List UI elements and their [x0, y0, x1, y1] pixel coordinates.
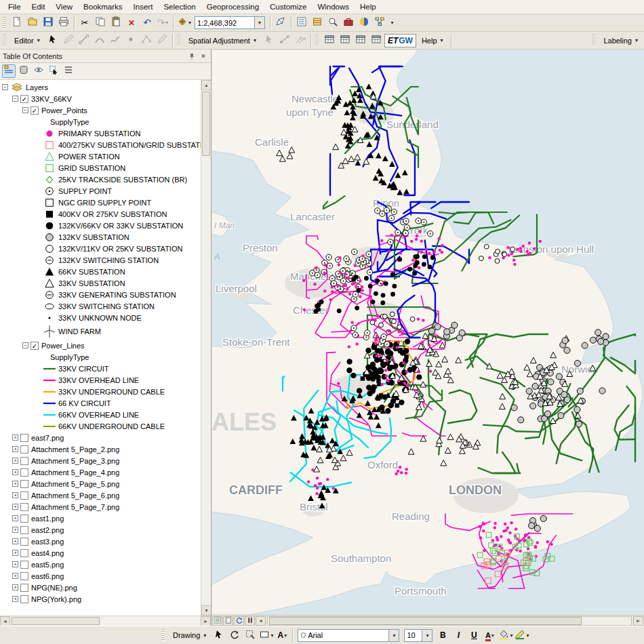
tree-expander-icon[interactable]: +	[12, 446, 18, 452]
scroll-left-icon[interactable]: ◄	[256, 616, 266, 626]
attribute-table-2-button[interactable]	[338, 33, 353, 48]
layer-checkbox[interactable]	[20, 561, 28, 569]
legend-symbol-tri_black[interactable]	[43, 267, 56, 277]
delete-button[interactable]: ✕	[124, 16, 139, 31]
layer-checkbox[interactable]: ✓	[20, 95, 28, 103]
layer-label[interactable]: Attachment 5_Page_2.png	[31, 445, 119, 454]
legend-label[interactable]: 400/275KV SUBSTATION/GRID SUBSTATION	[58, 141, 201, 149]
legend-line-symbol[interactable]	[43, 377, 56, 384]
tree-expander-icon[interactable]: +	[12, 550, 18, 556]
layer-raster-row[interactable]: +Attachment 5_Page_6.png	[0, 489, 201, 501]
layer-label[interactable]: east6.png	[31, 572, 64, 580]
map-canvas[interactable]: Newcastleupon TyneSunderlandCarlisleRipo…	[212, 49, 643, 615]
line-color-button[interactable]: ▾	[514, 628, 529, 643]
sc[interactable]: ▼	[201, 605, 211, 616]
legend-item-row[interactable]: 132KV/66KV OR 33KV SUBSTATION	[0, 220, 201, 231]
legend-item-row[interactable]: 400/275KV SUBSTATION/GRID SUBSTATION	[0, 139, 201, 150]
legend-field-row[interactable]: SupplyType	[0, 116, 201, 127]
tree-expander-icon[interactable]: +	[12, 561, 18, 567]
legend-item-row[interactable]: NGC GRID SUPPLY POINT	[0, 197, 201, 208]
point-tool-button[interactable]	[123, 33, 138, 48]
layer-label[interactable]: east7.png	[31, 434, 64, 442]
tree-expander-icon[interactable]: +	[12, 504, 18, 510]
legend-label[interactable]: PRIMARY SUBSTATION	[58, 129, 140, 138]
tree-expander-icon[interactable]: −	[22, 107, 28, 113]
layer-label[interactable]: Attachment 5_Page_6.png	[31, 491, 119, 500]
legend-label[interactable]: 132KV/11KV OR 25KV SUBSTATION	[58, 245, 182, 253]
scroll-up-icon[interactable]: ▲	[201, 80, 211, 90]
legend-item-row[interactable]: 132KV SWITCHING STATION	[0, 254, 201, 266]
legend-item-row[interactable]: GRID SUBSTATION	[0, 162, 201, 174]
layer-checkbox[interactable]	[20, 457, 28, 465]
attribute-table-4-button[interactable]	[369, 33, 384, 48]
attribute-table-3-button[interactable]	[353, 33, 368, 48]
legend-symbol-circle_white[interactable]	[43, 244, 56, 254]
tree-expander-icon[interactable]: +	[12, 584, 18, 590]
drawing-menu[interactable]: Drawing▾	[168, 629, 211, 641]
toolbar-options-button[interactable]: ▾	[388, 16, 397, 31]
layer-checkbox[interactable]	[20, 503, 28, 511]
font-size-combo[interactable]: 10▾	[404, 629, 432, 642]
paste-button[interactable]	[108, 16, 123, 31]
legend-item-row[interactable]: 132KV/11KV OR 25KV SUBSTATION	[0, 243, 201, 254]
reshape-feature-button[interactable]	[155, 33, 169, 48]
tree-expander-icon[interactable]: +	[12, 573, 18, 579]
menu-windows[interactable]: Windows	[312, 1, 355, 12]
layer-label[interactable]: 33KV_66KV	[31, 95, 72, 103]
tree-expander-icon[interactable]: +	[12, 596, 18, 602]
legend-item-row[interactable]: SUPPLY POINT	[0, 185, 201, 197]
menu-file[interactable]: File	[3, 1, 26, 12]
layer-label[interactable]: east3.png	[31, 538, 64, 546]
menu-help[interactable]: Help	[355, 1, 382, 12]
layer-raster-row[interactable]: +Attachment 5_Page_7.png	[0, 501, 201, 512]
layer-checkbox[interactable]: ✓	[31, 342, 39, 350]
legend-line-symbol[interactable]	[43, 365, 56, 372]
save-button[interactable]	[41, 16, 56, 31]
legend-symbol-tri_teal[interactable]	[43, 152, 56, 161]
list-by-selection-button[interactable]	[47, 64, 60, 78]
legend-item-row[interactable]: 33KV UNDERGROUND CABLE	[0, 386, 201, 397]
layer-raster-row[interactable]: +east7.png	[0, 432, 201, 443]
legend-item-row[interactable]: 33KV SWITCHING STATION	[0, 300, 201, 312]
legend-label[interactable]: 132KV/66KV OR 33KV SUBSTATION	[58, 222, 183, 230]
legend-symbol-circle_tick[interactable]	[43, 256, 56, 265]
refresh-view-button[interactable]	[234, 616, 244, 626]
editor-menu[interactable]: Editor▾	[9, 35, 45, 47]
layer-checkbox[interactable]	[20, 584, 28, 592]
tree-expander-icon[interactable]: +	[12, 481, 18, 487]
edit-vertices-button[interactable]	[139, 33, 154, 48]
layer-raster-row[interactable]: +east3.png	[0, 536, 201, 547]
layer-label[interactable]: east5.png	[31, 561, 64, 569]
layer-label[interactable]: east2.png	[31, 526, 64, 534]
tree-expander-icon[interactable]: +	[12, 527, 18, 533]
legend-item-row[interactable]: 33KV OVERHEAD LINE	[0, 374, 201, 386]
legend-label[interactable]: 33KV SWITCHING STATION	[58, 302, 155, 310]
open-button[interactable]	[25, 16, 40, 31]
legend-label[interactable]: 33KV SUBSTATION	[58, 279, 125, 287]
layer-label[interactable]: NPG(York).png	[31, 595, 81, 603]
legend-line-symbol[interactable]	[43, 423, 56, 430]
layer-raster-row[interactable]: +east4.png	[0, 547, 201, 559]
layer-label[interactable]: Attachment 5_Page_4.png	[31, 468, 119, 477]
layer-label[interactable]: Power_Lines	[41, 342, 85, 350]
data-view-button[interactable]	[212, 616, 222, 626]
font-color-button[interactable]: A▾	[482, 628, 497, 643]
menu-bookmarks[interactable]: Bookmarks	[78, 1, 128, 12]
underline-button[interactable]: U	[466, 628, 481, 643]
spatial-adjustment-menu[interactable]: Spatial Adjustment▾	[184, 35, 261, 47]
list-by-source-button[interactable]	[17, 64, 31, 78]
menu-customize[interactable]: Customize	[264, 1, 312, 12]
layer-label[interactable]: SupplyType	[50, 353, 89, 361]
adjustment-select-button[interactable]	[262, 33, 277, 48]
layer-label[interactable]: Attachment 5_Page_7.png	[31, 503, 119, 511]
python-window-button[interactable]	[357, 16, 371, 31]
layer-raster-row[interactable]: +east6.png	[0, 570, 201, 582]
redo-button[interactable]: ↷▾	[155, 16, 170, 31]
legend-item-row[interactable]: 66KV OVERHEAD LINE	[0, 409, 201, 420]
legend-symbol-sq_black[interactable]	[43, 209, 56, 219]
tree-expander-icon[interactable]: +	[12, 458, 18, 464]
table-of-contents-window-button[interactable]	[294, 16, 309, 31]
undo-button[interactable]: ↶	[140, 16, 155, 31]
tree-expander-icon[interactable]: +	[12, 469, 18, 475]
attribute-table-1-button[interactable]	[322, 33, 337, 48]
